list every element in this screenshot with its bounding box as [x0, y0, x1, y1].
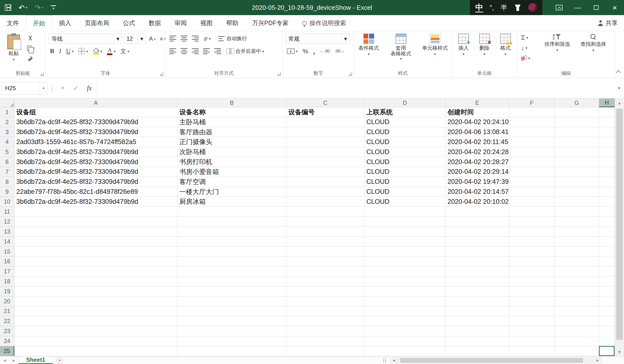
- cell-G3[interactable]: [554, 127, 599, 137]
- font-size-dropdown-icon[interactable]: ▾: [138, 34, 146, 44]
- font-color-button[interactable]: A▾: [106, 46, 117, 56]
- cell-H10[interactable]: [599, 197, 615, 207]
- cell-E15[interactable]: [445, 247, 509, 257]
- cell-A16[interactable]: [14, 257, 178, 266]
- cell-C2[interactable]: [286, 117, 364, 127]
- cell-A7[interactable]: 3b6db72a-dc9f-4e25-8f32-73309d479b9d: [14, 167, 178, 177]
- cell-D6[interactable]: CLOUD: [364, 157, 445, 167]
- row-header-25[interactable]: 25: [0, 346, 14, 356]
- ime-logo-icon[interactable]: [528, 3, 537, 12]
- cell-G12[interactable]: [554, 217, 599, 227]
- cell-F13[interactable]: [509, 227, 554, 237]
- row-header-22[interactable]: 22: [0, 316, 14, 326]
- cell-E10[interactable]: 2020-04-02 20:10:02: [445, 197, 509, 207]
- conditional-formatting-button[interactable]: 条件格式 ▾: [354, 31, 383, 68]
- cell-E20[interactable]: [445, 296, 509, 307]
- maximize-button[interactable]: [587, 0, 605, 15]
- column-header-A[interactable]: A: [14, 99, 178, 107]
- cell-G19[interactable]: [554, 286, 599, 296]
- underline-dropdown-icon[interactable]: ▾: [72, 50, 74, 53]
- cell-F15[interactable]: [509, 247, 554, 257]
- cell-A22[interactable]: [14, 316, 178, 326]
- font-name-dropdown-icon[interactable]: ▾: [114, 34, 122, 44]
- accounting-dropdown-icon[interactable]: ▾: [296, 50, 298, 53]
- cell-A23[interactable]: [14, 326, 178, 336]
- name-box-dropdown-icon[interactable]: ▾: [39, 82, 48, 94]
- row-header-24[interactable]: 24: [0, 336, 14, 346]
- row-header-7[interactable]: 7: [0, 167, 14, 177]
- cell-C12[interactable]: [286, 217, 364, 227]
- cell-H13[interactable]: [599, 227, 615, 237]
- cancel-entry-icon[interactable]: ×: [61, 84, 65, 92]
- accounting-format-button[interactable]: ¥▾: [286, 46, 299, 56]
- cell-C14[interactable]: [286, 237, 364, 247]
- decrease-decimal-button[interactable]: .00→: [334, 46, 346, 56]
- sort-filter-button[interactable]: AZ 排序和筛选 ▾: [540, 31, 574, 68]
- find-select-dropdown-icon[interactable]: ▾: [592, 48, 594, 52]
- cell-H1[interactable]: [599, 107, 615, 117]
- column-header-C[interactable]: C: [286, 99, 364, 107]
- cell-A17[interactable]: [14, 266, 178, 277]
- tab-data[interactable]: 数据: [142, 15, 168, 31]
- cell-D17[interactable]: [364, 266, 445, 277]
- cell-B8[interactable]: 客厅空调: [178, 177, 286, 187]
- cell-D13[interactable]: [364, 227, 445, 237]
- comma-style-button[interactable]: ,: [312, 46, 316, 56]
- cell-F2[interactable]: [509, 117, 554, 127]
- row-header-18[interactable]: 18: [0, 277, 14, 286]
- tab-view[interactable]: 视图: [194, 15, 219, 31]
- row-header-8[interactable]: 8: [0, 177, 14, 187]
- cell-B10[interactable]: 厨房冰箱: [178, 197, 286, 207]
- name-box[interactable]: H25 ▾: [1, 82, 48, 95]
- column-header-B[interactable]: B: [178, 99, 286, 107]
- tab-insert[interactable]: 插入: [52, 15, 78, 31]
- percent-style-button[interactable]: %: [302, 46, 310, 56]
- cell-F8[interactable]: [509, 177, 554, 187]
- cell-H23[interactable]: [599, 326, 615, 336]
- cell-B3[interactable]: 客厅路由器: [178, 127, 286, 137]
- cell-G14[interactable]: [554, 237, 599, 247]
- undo-button[interactable]: ↶▾: [19, 3, 27, 12]
- cell-E8[interactable]: 2020-04-02 19:47:39: [445, 177, 509, 187]
- insert-cells-button[interactable]: + 插入 ▾: [454, 31, 474, 68]
- cell-E17[interactable]: [445, 266, 509, 277]
- cell-C6[interactable]: [286, 157, 364, 167]
- cell-C23[interactable]: [286, 326, 364, 336]
- close-button[interactable]: ×: [605, 0, 624, 15]
- cell-A5[interactable]: 3b6db72a-dc9f-4e25-8f32-73309d479b9d: [14, 147, 178, 157]
- cell-A21[interactable]: [14, 307, 178, 316]
- scroll-left-icon[interactable]: ◄: [390, 357, 398, 364]
- row-header-5[interactable]: 5: [0, 147, 14, 157]
- cell-H18[interactable]: [599, 277, 615, 286]
- font-dialog-launcher[interactable]: [160, 72, 163, 76]
- cell-G15[interactable]: [554, 247, 599, 257]
- cell-D8[interactable]: CLOUD: [364, 177, 445, 187]
- row-header-13[interactable]: 13: [0, 227, 14, 237]
- cell-E21[interactable]: [445, 307, 509, 316]
- merge-center-dropdown-icon[interactable]: ▾: [262, 50, 264, 53]
- cell-F20[interactable]: [509, 296, 554, 307]
- cell-B7[interactable]: 书房小爱音箱: [178, 167, 286, 177]
- scroll-up-icon[interactable]: ▲: [615, 99, 624, 107]
- format-as-table-button[interactable]: 套用 表格格式 ▾: [385, 31, 416, 68]
- tab-home[interactable]: 开始: [26, 15, 52, 31]
- confirm-entry-icon[interactable]: ✓: [73, 84, 79, 92]
- cell-styles-dropdown-icon[interactable]: ▾: [434, 52, 436, 56]
- align-left-button[interactable]: [168, 46, 178, 56]
- ime-skin-shirt-icon[interactable]: [514, 4, 522, 11]
- cell-H21[interactable]: [599, 307, 615, 316]
- row-header-3[interactable]: 3: [0, 127, 14, 137]
- cell-H6[interactable]: [599, 157, 615, 167]
- cell-D25[interactable]: [364, 346, 445, 356]
- cell-C24[interactable]: [286, 336, 364, 346]
- cell-E16[interactable]: [445, 257, 509, 266]
- cell-D3[interactable]: CLOUD: [364, 127, 445, 137]
- cell-D16[interactable]: [364, 257, 445, 266]
- cell-E19[interactable]: [445, 286, 509, 296]
- cell-G16[interactable]: [554, 257, 599, 266]
- cell-D1[interactable]: 上联系统: [364, 107, 445, 117]
- redo-dropdown-icon[interactable]: ▾: [42, 6, 43, 9]
- cell-C1[interactable]: 设备编号: [286, 107, 364, 117]
- horizontal-scrollbar[interactable]: [398, 357, 593, 364]
- cell-A15[interactable]: [14, 247, 178, 257]
